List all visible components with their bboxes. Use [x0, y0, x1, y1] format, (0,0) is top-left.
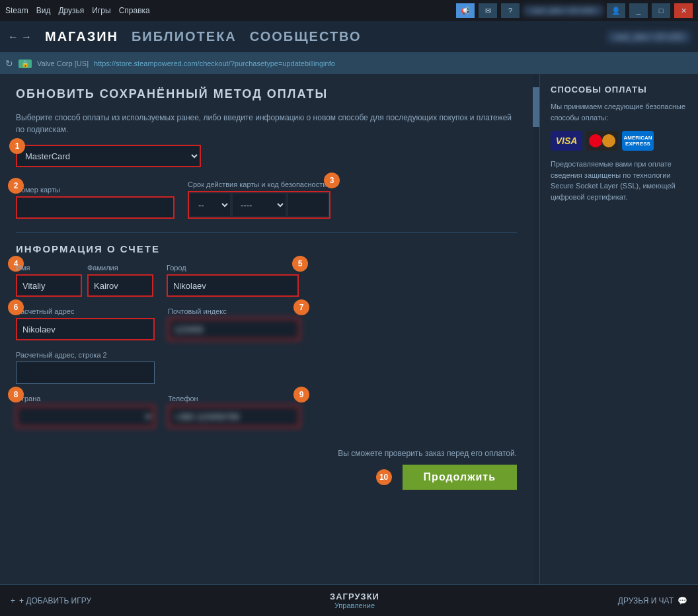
scrollbar-thumb[interactable]: [533, 87, 539, 127]
submit-area: Вы сможете проверить заказ перед его опл…: [16, 441, 517, 458]
badge-9: 9: [293, 387, 309, 403]
sidebar-desc-2: Предоставляемые вами при оплате сведения…: [551, 159, 687, 202]
url-display: https://store.steampowered.com/checkout/…: [94, 59, 335, 67]
nav-user-area: user_alex • 20 USD: [607, 31, 690, 43]
tab-library[interactable]: БИБЛИОТЕКА: [132, 29, 237, 44]
address-input[interactable]: [16, 318, 155, 340]
payment-icons: VISA AMERICANEXPRESS: [551, 131, 687, 151]
order-note: Вы сможете проверить заказ перед его опл…: [338, 449, 517, 458]
first-name-label: Имя: [16, 264, 82, 272]
city-label: Город: [167, 264, 299, 272]
scroll-area[interactable]: ОБНОВИТЬ СОХРАНЁННЫЙ МЕТОД ОПЛАТЫ Выбери…: [0, 74, 533, 584]
forward-arrow[interactable]: →: [21, 31, 32, 43]
billing-section-title: ИНФОРМАЦИЯ О СЧЕТЕ: [16, 243, 517, 254]
friends-chat-label: ДРУЗЬЯ И ЧАТ: [618, 596, 674, 605]
sidebar-desc-1: Мы принимаем следующие безопасные способ…: [551, 101, 687, 123]
menu-steam[interactable]: Steam: [5, 6, 28, 15]
badge-5: 5: [292, 256, 308, 272]
close-button[interactable]: ✕: [674, 3, 693, 18]
card-number-label: Номер карты: [16, 186, 174, 194]
nav-bar: ← → МАГАЗИН БИБЛИОТЕКА СООБЩЕСТВО user_a…: [0, 21, 698, 53]
country-select[interactable]: [16, 405, 155, 428]
badge-2: 2: [8, 178, 24, 194]
badge-1: 1: [9, 138, 25, 154]
address2-input[interactable]: [16, 362, 155, 384]
maximize-button[interactable]: □: [652, 3, 670, 18]
postal-input[interactable]: [168, 318, 300, 340]
mastercard-icon: [586, 131, 618, 151]
last-name-label: Фамилия: [87, 264, 153, 272]
sidebar: СПОСОБЫ ОПЛАТЫ Мы принимаем следующие бе…: [539, 74, 698, 584]
page-title: ОБНОВИТЬ СОХРАНЁННЫЙ МЕТОД ОПЛАТЫ: [16, 87, 517, 101]
menu-games[interactable]: Игры: [92, 6, 110, 15]
postal-label: Почтовый индекс: [168, 307, 300, 315]
manage-label[interactable]: Управление: [334, 601, 375, 609]
tab-store[interactable]: МАГАЗИН: [45, 29, 118, 44]
badge-10: 10: [376, 469, 392, 485]
user-display: user_alex • 20 USD: [524, 5, 603, 16]
last-name-input[interactable]: [87, 274, 153, 297]
menu-bar: Steam Вид Друзья Игры Справка: [5, 6, 150, 15]
address-label: Расчетный адрес: [16, 307, 155, 315]
refresh-icon[interactable]: ↻: [5, 58, 13, 69]
security-code-input[interactable]: [288, 194, 328, 216]
menu-help[interactable]: Справка: [119, 6, 150, 15]
status-center: ЗАГРУЗКИ Управление: [91, 592, 618, 609]
payment-method-select[interactable]: MasterCard Visa American Express PayPal: [16, 145, 201, 167]
expiry-month-select[interactable]: --: [190, 194, 230, 216]
title-bar-right: 📢 ✉ ? user_alex • 20 USD 👤 _ □ ✕: [456, 3, 693, 18]
nav-arrows: ← →: [8, 31, 32, 43]
badge-8: 8: [8, 387, 24, 403]
phone-input[interactable]: [168, 405, 300, 428]
country-label: Страна: [16, 395, 155, 403]
title-bar: Steam Вид Друзья Игры Справка 📢 ✉ ? user…: [0, 0, 698, 21]
continue-button[interactable]: Продолжить: [403, 465, 517, 490]
downloads-label[interactable]: ЗАГРУЗКИ: [330, 592, 379, 601]
user-icon-button[interactable]: 👤: [607, 3, 625, 18]
menu-view[interactable]: Вид: [36, 6, 51, 15]
expiry-label: Срок действия карты и код безопасности: [188, 180, 330, 188]
friends-chat-button[interactable]: ДРУЗЬЯ И ЧАТ 💬: [618, 596, 687, 605]
status-bar: + + ДОБАВИТЬ ИГРУ ЗАГРУЗКИ Управление ДР…: [0, 584, 698, 616]
corp-label: Valve Corp [US]: [37, 59, 89, 67]
city-input[interactable]: [167, 274, 299, 297]
phone-label: Телефон: [168, 395, 300, 403]
first-name-input[interactable]: [16, 274, 82, 297]
amex-icon: AMERICANEXPRESS: [622, 131, 654, 151]
page-description: Выберите способ оплаты из используемых р…: [16, 112, 517, 135]
card-number-input[interactable]: [16, 196, 174, 219]
add-game-icon: +: [11, 596, 15, 605]
nav-user-text: user_alex • 20 USD: [607, 31, 690, 43]
main-content: ОБНОВИТЬ СОХРАНЁННЫЙ МЕТОД ОПЛАТЫ Выбери…: [0, 74, 698, 584]
mail-button[interactable]: ✉: [479, 3, 497, 18]
badge-6: 6: [8, 299, 24, 315]
add-game-button[interactable]: + + ДОБАВИТЬ ИГРУ: [11, 596, 91, 605]
minimize-button[interactable]: _: [629, 3, 648, 18]
back-arrow[interactable]: ←: [8, 31, 19, 43]
lock-icon: 🔒: [19, 59, 32, 68]
badge-7: 7: [293, 299, 309, 315]
add-game-label: + ДОБАВИТЬ ИГРУ: [19, 596, 91, 605]
address2-label: Расчетный адрес, строка 2: [16, 351, 517, 359]
badge-3: 3: [324, 173, 340, 188]
title-bar-left: Steam Вид Друзья Игры Справка: [5, 6, 150, 15]
visa-icon: VISA: [551, 131, 582, 151]
help-button[interactable]: ?: [501, 3, 520, 18]
menu-friends[interactable]: Друзья: [58, 6, 84, 15]
friends-chat-icon: 💬: [678, 596, 687, 605]
address-bar: ↻ 🔒 Valve Corp [US] https://store.steamp…: [0, 53, 698, 74]
tab-community[interactable]: СООБЩЕСТВО: [250, 29, 362, 44]
expiry-year-select[interactable]: ----: [233, 194, 286, 216]
notification-button[interactable]: 📢: [456, 3, 475, 18]
sidebar-title: СПОСОБЫ ОПЛАТЫ: [551, 85, 687, 95]
scrollbar[interactable]: [533, 74, 539, 584]
